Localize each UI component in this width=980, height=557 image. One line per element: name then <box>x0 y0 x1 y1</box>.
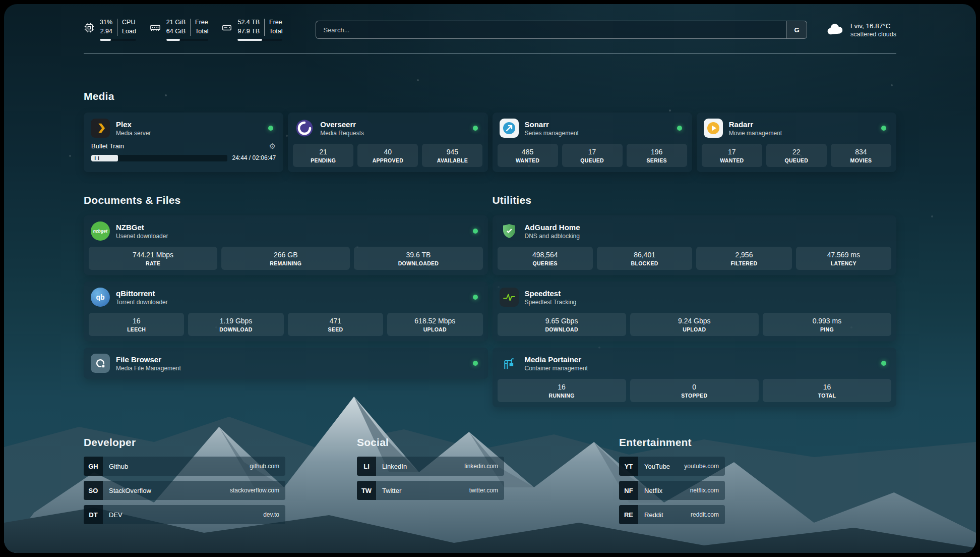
ram-progress-track <box>166 39 209 41</box>
stat-stopped: 0 STOPPED <box>630 379 759 402</box>
status-dot <box>473 229 478 234</box>
disk-label: Free <box>269 19 282 27</box>
speedtest-icon <box>500 288 519 307</box>
status-dot <box>881 361 886 366</box>
app-title: Radarr <box>729 120 782 129</box>
bookmark-stackoverflow[interactable]: SO StackOverflow stackoverflow.com <box>84 481 285 500</box>
top-bar: 31% 2.94 CPU Load <box>84 4 896 44</box>
status-dot <box>677 126 682 131</box>
app-subtitle: Speedtest Tracking <box>525 299 577 306</box>
stat-upload: 618.52 Mbps UPLOAD <box>387 313 482 336</box>
stat-upload: 9.24 Gbps UPLOAD <box>630 313 759 336</box>
reddit-icon: RE <box>619 505 638 524</box>
divider <box>264 19 265 35</box>
cpu-label-2: Load <box>122 28 136 36</box>
filebrowser-card[interactable]: File Browser Media File Management <box>84 348 488 379</box>
app-subtitle: Container management <box>525 365 588 372</box>
stat-pending: 21 PENDING <box>293 144 353 167</box>
divider <box>117 19 117 35</box>
stat-rate: 744.21 Mbps RATE <box>89 247 217 270</box>
app-subtitle: Usenet downloader <box>116 233 168 240</box>
stackoverflow-icon: SO <box>84 481 103 500</box>
cpu-load-value: 2.94 <box>100 28 112 36</box>
pause-icon: ❙❙ <box>91 156 101 160</box>
documents-column: Documents & Files nzbget NZBGet Usenet d… <box>84 194 488 407</box>
overseerr-card[interactable]: Overseerr Media Requests 21 PENDING 40 A… <box>288 113 487 172</box>
netflix-icon: NF <box>619 481 638 500</box>
portainer-card[interactable]: Media Portainer Container management 16 … <box>493 348 897 407</box>
developer-bookmarks: Developer GH Github github.com SO StackO… <box>84 436 285 529</box>
app-title: NZBGet <box>116 223 168 232</box>
sonarr-card[interactable]: Sonarr Series management 485 WANTED 17 Q… <box>493 113 692 172</box>
nzbget-card[interactable]: nzbget NZBGet Usenet downloader 744.21 M… <box>84 215 488 275</box>
bookmark-twitter[interactable]: TW Twitter twitter.com <box>357 481 504 500</box>
app-subtitle: Series management <box>525 130 579 137</box>
gear-icon[interactable]: ⚙ <box>269 142 276 150</box>
adguard-icon <box>500 221 519 241</box>
entertainment-heading: Entertainment <box>619 436 725 449</box>
cloud-icon <box>826 22 844 38</box>
radarr-icon <box>704 119 723 138</box>
app-title: Overseerr <box>320 120 364 129</box>
search-bar: G <box>316 21 807 39</box>
social-heading: Social <box>357 436 504 449</box>
ram-total: 64 GiB <box>166 28 186 36</box>
app-subtitle: DNS and adblocking <box>525 233 580 240</box>
stat-download: 9.65 Gbps DOWNLOAD <box>498 313 626 336</box>
playback-progress-track[interactable]: ❙❙ <box>91 155 227 161</box>
disk-label-2: Total <box>269 28 282 36</box>
status-dot <box>473 126 478 131</box>
divider <box>190 19 191 35</box>
card-header: Speedtest Speedtest Tracking <box>498 287 892 308</box>
search-engine-button[interactable]: G <box>786 21 807 38</box>
utilities-column: Utilities <box>493 194 897 407</box>
developer-heading: Developer <box>84 436 285 449</box>
card-header: nzbget NZBGet Usenet downloader <box>89 220 483 242</box>
disk-widget: 52.4 TB 97.9 TB Free Total <box>221 19 282 40</box>
stat-series: 196 SERIES <box>627 144 687 167</box>
stat-downloaded: 39.6 TB DOWNLOADED <box>354 247 482 270</box>
speedtest-card[interactable]: Speedtest Speedtest Tracking 9.65 Gbps D… <box>493 282 897 341</box>
dashboard-screen: 31% 2.94 CPU Load <box>4 4 976 553</box>
stat-blocked: 86,401 BLOCKED <box>597 247 692 270</box>
qbittorrent-icon: qb <box>91 288 110 307</box>
stat-latency: 47.569 ms LATENCY <box>796 247 891 270</box>
dev-icon: DT <box>84 505 103 524</box>
card-header: qb qBittorrent Torrent downloader <box>89 287 483 308</box>
app-title: AdGuard Home <box>525 223 580 232</box>
adguard-card[interactable]: AdGuard Home DNS and adblocking 498,564 … <box>493 215 897 275</box>
card-header: File Browser Media File Management <box>89 353 483 374</box>
app-title: qBittorrent <box>116 289 168 298</box>
stat-approved: 40 APPROVED <box>357 144 418 167</box>
top-divider <box>84 53 896 54</box>
bookmark-linkedin[interactable]: LI LinkedIn linkedin.com <box>357 457 504 476</box>
nzbget-icon: nzbget <box>91 221 110 241</box>
bookmark-netflix[interactable]: NF Netflix netflix.com <box>619 481 725 500</box>
ram-icon <box>149 22 161 35</box>
stat-seed: 471 SEED <box>288 313 383 336</box>
app-subtitle: Media File Management <box>116 365 181 372</box>
bookmark-reddit[interactable]: RE Reddit reddit.com <box>619 505 725 524</box>
stat-queries: 498,564 QUERIES <box>498 247 593 270</box>
radarr-card[interactable]: Radarr Movie management 17 WANTED 22 QUE… <box>697 113 896 172</box>
overseerr-icon <box>295 119 314 138</box>
stat-queued: 22 QUEUED <box>766 144 827 167</box>
documents-heading: Documents & Files <box>84 194 488 206</box>
bookmark-github[interactable]: GH Github github.com <box>84 457 285 476</box>
search-input[interactable] <box>316 26 786 34</box>
status-dot <box>881 126 886 131</box>
portainer-icon <box>500 354 519 373</box>
stat-ping: 0.993 ms PING <box>763 313 891 336</box>
card-header: AdGuard Home DNS and adblocking <box>498 220 892 242</box>
youtube-icon: YT <box>619 457 638 476</box>
bookmark-youtube[interactable]: YT YouTube youtube.com <box>619 457 725 476</box>
stat-available: 945 AVAILABLE <box>422 144 482 167</box>
plex-icon <box>91 119 110 138</box>
stat-wanted: 485 WANTED <box>498 144 558 167</box>
plex-card[interactable]: Plex Media server Bullet Train ⚙ ❙❙ <box>84 113 283 172</box>
status-dot <box>473 361 478 366</box>
bookmark-dev[interactable]: DT DEV dev.to <box>84 505 285 524</box>
media-heading: Media <box>84 90 896 102</box>
qbittorrent-card[interactable]: qb qBittorrent Torrent downloader 16 <box>84 282 488 341</box>
ram-progress-fill <box>166 39 180 41</box>
